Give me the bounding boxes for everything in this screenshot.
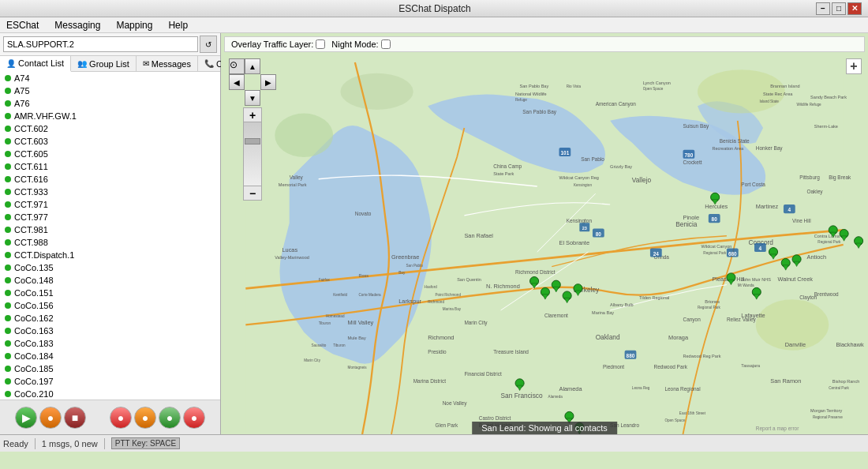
menu-mapping[interactable]: Mapping (113, 18, 155, 32)
list-item[interactable]: CCT.971 (0, 198, 220, 211)
list-item[interactable]: CoCo.210 (0, 388, 220, 400)
status-indicator (5, 340, 11, 347)
list-item[interactable]: A76 (0, 97, 220, 110)
menu-messaging[interactable]: Messaging (51, 18, 103, 32)
list-item[interactable]: CCT.605 (0, 148, 220, 160)
zoom-track[interactable] (244, 122, 261, 186)
status-indicator (5, 100, 11, 107)
ctrl-btn-6[interactable]: ● (159, 407, 181, 429)
status-indicator (5, 113, 11, 119)
contact-name: CoCo.210 (14, 389, 54, 399)
contact-name: CoCo.135 (14, 263, 54, 272)
nav-center: ⊙ (229, 58, 245, 74)
list-item[interactable]: CCT.602 (0, 122, 220, 135)
maximize-button[interactable]: □ (832, 2, 846, 15)
messages-icon: ✉ (143, 59, 149, 68)
svg-text:Greenbrae: Greenbrae (391, 253, 419, 261)
svg-text:San Rafael: San Rafael (464, 232, 493, 239)
svg-text:Sherm-Lake: Sherm-Lake (814, 124, 838, 129)
list-item[interactable]: CoCo.151 (0, 287, 220, 299)
search-button[interactable]: ↺ (200, 36, 217, 53)
list-item[interactable]: CoCo.156 (0, 299, 220, 312)
tab-group-list[interactable]: 👥 Group List (71, 56, 137, 71)
list-item[interactable]: AMR.VHF.GW.1 (0, 110, 220, 122)
svg-text:Lucas: Lucas (282, 246, 297, 253)
svg-text:Redwood Park: Redwood Park (654, 364, 688, 370)
svg-text:San Ramon: San Ramon (770, 377, 801, 385)
svg-text:Refuge: Refuge (515, 98, 527, 102)
ctrl-btn-3[interactable]: ■ (64, 407, 86, 429)
svg-text:Pittsburg: Pittsburg (799, 174, 820, 181)
svg-text:Montagneis: Montagneis (348, 366, 368, 370)
list-item[interactable]: CCT.Dispatch.1 (0, 249, 220, 261)
svg-text:Leona Reg: Leona Reg (632, 386, 650, 390)
ctrl-btn-1[interactable]: ▶ (15, 407, 37, 429)
contact-name: A74 (14, 73, 30, 83)
list-item[interactable]: CoCo.163 (0, 325, 220, 337)
svg-text:San Quentin: San Quentin (457, 277, 481, 282)
nav-left-button[interactable]: ◀ (229, 74, 245, 90)
list-item[interactable]: CoCo.185 (0, 362, 220, 375)
contact-name: CoCo.183 (14, 339, 54, 348)
svg-text:Bay: Bay (398, 271, 406, 275)
svg-text:Noe Valley: Noe Valley (443, 400, 468, 407)
zoom-out-button[interactable]: − (244, 186, 261, 200)
list-item[interactable]: A75 (0, 84, 220, 97)
svg-text:Regional Park: Regional Park (698, 306, 721, 310)
ctrl-btn-5[interactable]: ● (134, 407, 156, 429)
svg-text:Homestead: Homestead (326, 314, 345, 318)
nav-up-button[interactable]: ▲ (245, 58, 260, 74)
status-indicator (5, 126, 11, 132)
svg-text:China Camp: China Camp (493, 163, 522, 170)
list-item[interactable]: CoCo.162 (0, 312, 220, 325)
list-item[interactable]: CCT.981 (0, 223, 220, 236)
svg-text:National Wildlife: National Wildlife (515, 92, 547, 96)
status-sep-2 (104, 438, 105, 449)
minimize-button[interactable]: − (816, 2, 830, 15)
svg-text:80: 80 (712, 216, 718, 222)
list-item[interactable]: CoCo.183 (0, 337, 220, 350)
map-area[interactable]: Vallejo Benicia Concord Walnut Creek Laf… (221, 33, 868, 434)
ctrl-btn-7[interactable]: ● (183, 407, 205, 429)
svg-text:East 16th Street: East 16th Street (679, 411, 706, 415)
contact-name: CoCo.197 (14, 377, 54, 386)
status-indicator (5, 378, 11, 385)
nav-down-button[interactable]: ▼ (245, 90, 260, 106)
tab-messages[interactable]: ✉ Messages (137, 56, 198, 71)
overlay-traffic-checkbox[interactable] (316, 39, 325, 49)
svg-text:Mt Wanda: Mt Wanda (738, 283, 754, 287)
list-item[interactable]: CoCo.197 (0, 375, 220, 388)
contact-name: CCT.616 (14, 174, 48, 184)
window-title: ESChat Dispatch (54, 3, 816, 14)
nav-right-button[interactable]: ▶ (260, 74, 276, 90)
messages-status: 1 msgs, 0 new (42, 439, 98, 448)
list-item[interactable]: CCT.603 (0, 135, 220, 148)
ctrl-btn-2[interactable]: ● (39, 407, 62, 429)
svg-text:Briones: Briones (705, 299, 720, 304)
zoom-handle[interactable] (245, 138, 260, 144)
svg-point-2 (340, 73, 413, 110)
zoom-in-button[interactable]: + (244, 108, 261, 122)
svg-text:Tiburon: Tiburon (333, 343, 346, 347)
menu-eschat[interactable]: ESChat (3, 18, 42, 32)
list-item[interactable]: CCT.616 (0, 173, 220, 186)
contact-name: CCT.988 (14, 238, 48, 247)
list-item[interactable]: A74 (0, 72, 220, 84)
svg-text:Vine Hill: Vine Hill (792, 218, 811, 223)
titlebar: ESChat Dispatch − □ ✕ (0, 0, 868, 17)
list-item[interactable]: CCT.988 (0, 236, 220, 249)
list-item[interactable]: CoCo.148 (0, 274, 220, 287)
search-input[interactable] (3, 36, 198, 52)
tab-contact-list[interactable]: 👤 Contact List (0, 56, 71, 72)
ctrl-btn-4[interactable]: ● (110, 407, 132, 429)
list-item[interactable]: CoCo.184 (0, 350, 220, 362)
list-item[interactable]: CCT.933 (0, 186, 220, 198)
map-zoom-plus-button[interactable]: + (846, 58, 862, 74)
status-indicator (5, 176, 11, 182)
night-mode-checkbox[interactable] (381, 39, 391, 49)
close-button[interactable]: ✕ (847, 2, 862, 15)
list-item[interactable]: CoCo.135 (0, 261, 220, 274)
list-item[interactable]: CCT.977 (0, 211, 220, 223)
menu-help[interactable]: Help (165, 18, 191, 32)
list-item[interactable]: CCT.611 (0, 160, 220, 173)
